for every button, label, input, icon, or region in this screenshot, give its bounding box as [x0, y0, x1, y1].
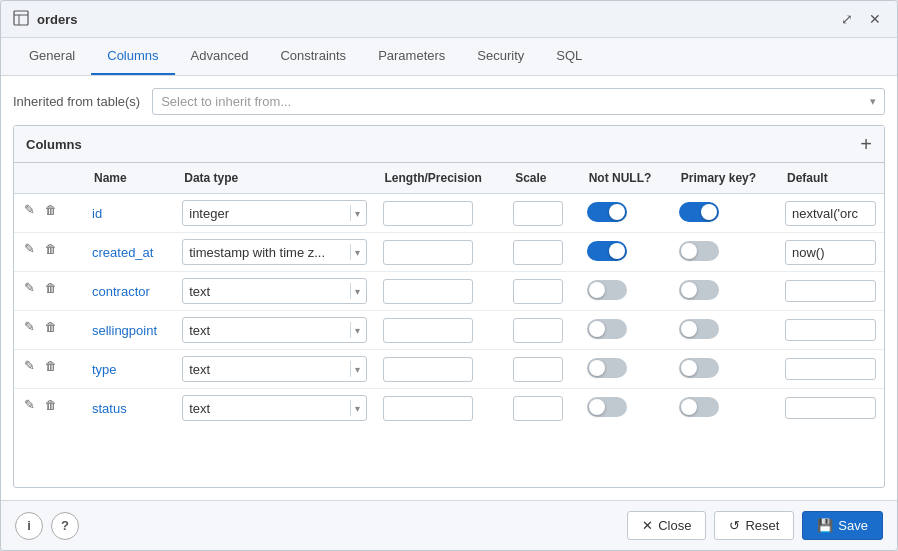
delete-row-button[interactable]: 🗑	[43, 357, 59, 375]
length-input[interactable]	[383, 318, 473, 343]
datatype-divider	[350, 244, 351, 260]
maximize-button[interactable]: ⤢	[837, 9, 857, 29]
delete-row-button[interactable]: 🗑	[43, 318, 59, 336]
save-icon: 💾	[817, 518, 833, 533]
scale-input[interactable]	[513, 318, 563, 343]
primary-key-toggle[interactable]	[679, 241, 719, 261]
datatype-select[interactable]: timestamp with time z... ▾	[182, 239, 366, 265]
row-scale-cell	[505, 350, 579, 389]
delete-row-button[interactable]: 🗑	[43, 279, 59, 297]
close-dialog-button[interactable]: ✕ Close	[627, 511, 706, 540]
row-default-cell: nextval('orc	[777, 194, 884, 233]
not-null-toggle[interactable]	[587, 358, 627, 378]
datatype-select[interactable]: text ▾	[182, 278, 366, 304]
row-length-cell	[375, 194, 506, 233]
edit-row-button[interactable]: ✎	[22, 356, 37, 375]
row-datatype-cell: text ▾	[174, 272, 374, 311]
not-null-toggle[interactable]	[587, 241, 627, 261]
not-null-toggle[interactable]	[587, 202, 627, 222]
edit-row-button[interactable]: ✎	[22, 278, 37, 297]
info-button[interactable]: i	[15, 512, 43, 540]
close-button[interactable]: ✕	[865, 9, 885, 29]
help-button[interactable]: ?	[51, 512, 79, 540]
inherit-select[interactable]: Select to inherit from... ▾	[152, 88, 885, 115]
row-notnull-cell	[579, 311, 671, 350]
reset-button[interactable]: ↺ Reset	[714, 511, 794, 540]
scale-input[interactable]	[513, 357, 563, 382]
tab-security[interactable]: Security	[461, 38, 540, 75]
svg-rect-0	[14, 11, 28, 25]
tab-general[interactable]: General	[13, 38, 91, 75]
inherit-chevron-icon: ▾	[870, 95, 876, 108]
row-primarykey-cell	[671, 194, 777, 233]
default-value[interactable]	[785, 319, 876, 341]
primary-key-toggle[interactable]	[679, 280, 719, 300]
length-input[interactable]	[383, 240, 473, 265]
row-primarykey-cell	[671, 389, 777, 428]
delete-row-button[interactable]: 🗑	[43, 240, 59, 258]
edit-row-button[interactable]: ✎	[22, 239, 37, 258]
row-name-cell: created_at	[84, 233, 174, 272]
edit-row-button[interactable]: ✎	[22, 200, 37, 219]
default-value[interactable]	[785, 397, 876, 419]
row-scale-cell	[505, 194, 579, 233]
tab-constraints[interactable]: Constraints	[264, 38, 362, 75]
add-column-button[interactable]: +	[860, 134, 872, 154]
datatype-chevron-icon: ▾	[355, 403, 360, 414]
col-primarykey-header: Primary key?	[671, 163, 777, 194]
columns-section: Columns + Name Data type Length/Precisio…	[13, 125, 885, 488]
toggle-knob	[681, 243, 697, 259]
close-label: Close	[658, 518, 691, 533]
datatype-select[interactable]: integer ▾	[182, 200, 366, 226]
row-name-cell: id	[84, 194, 174, 233]
primary-key-toggle[interactable]	[679, 319, 719, 339]
length-input[interactable]	[383, 279, 473, 304]
row-name-cell: contractor	[84, 272, 174, 311]
table-icon	[13, 10, 29, 29]
not-null-toggle[interactable]	[587, 280, 627, 300]
tab-sql[interactable]: SQL	[540, 38, 598, 75]
datatype-text: text	[189, 284, 345, 299]
datatype-select[interactable]: text ▾	[182, 356, 366, 382]
primary-key-toggle[interactable]	[679, 358, 719, 378]
row-actions-cell: ✎ 🗑	[14, 194, 84, 225]
primary-key-toggle[interactable]	[679, 202, 719, 222]
table-row: ✎ 🗑 type text ▾	[14, 350, 884, 389]
scale-input[interactable]	[513, 201, 563, 226]
default-value[interactable]: now()	[785, 240, 876, 265]
columns-table-container: Name Data type Length/Precision Scale No…	[14, 163, 884, 427]
default-value[interactable]	[785, 280, 876, 302]
row-name-cell: status	[84, 389, 174, 428]
datatype-divider	[350, 205, 351, 221]
scale-input[interactable]	[513, 240, 563, 265]
length-input[interactable]	[383, 201, 473, 226]
datatype-text: text	[189, 401, 345, 416]
row-scale-cell	[505, 389, 579, 428]
primary-key-toggle[interactable]	[679, 397, 719, 417]
tab-parameters[interactable]: Parameters	[362, 38, 461, 75]
not-null-toggle[interactable]	[587, 397, 627, 417]
col-default-header: Default	[777, 163, 884, 194]
default-value[interactable]: nextval('orc	[785, 201, 876, 226]
edit-row-button[interactable]: ✎	[22, 395, 37, 414]
scale-input[interactable]	[513, 396, 563, 421]
delete-row-button[interactable]: 🗑	[43, 396, 59, 414]
edit-row-button[interactable]: ✎	[22, 317, 37, 336]
length-input[interactable]	[383, 357, 473, 382]
datatype-select[interactable]: text ▾	[182, 317, 366, 343]
tab-columns[interactable]: Columns	[91, 38, 174, 75]
datatype-select[interactable]: text ▾	[182, 395, 366, 421]
tab-advanced[interactable]: Advanced	[175, 38, 265, 75]
length-input[interactable]	[383, 396, 473, 421]
delete-row-button[interactable]: 🗑	[43, 201, 59, 219]
row-primarykey-cell	[671, 272, 777, 311]
scale-input[interactable]	[513, 279, 563, 304]
toggle-knob	[681, 399, 697, 415]
toggle-knob	[589, 321, 605, 337]
default-value[interactable]	[785, 358, 876, 380]
not-null-toggle[interactable]	[587, 319, 627, 339]
row-default-cell	[777, 272, 884, 311]
save-button[interactable]: 💾 Save	[802, 511, 883, 540]
row-actions-cell: ✎ 🗑	[14, 350, 84, 381]
table-row: ✎ 🗑 id integer ▾ nextval('orc	[14, 194, 884, 233]
